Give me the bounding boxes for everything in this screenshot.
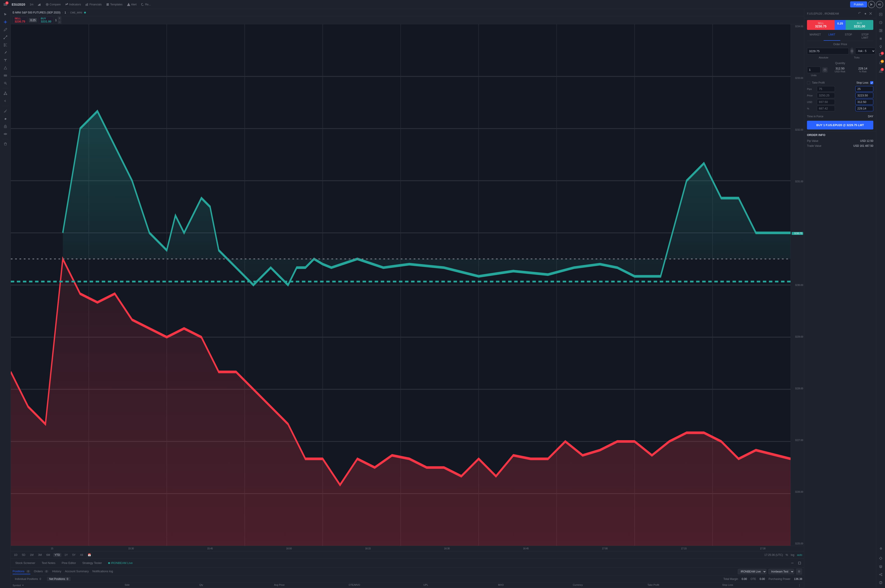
sell-price-box[interactable]: SELL 3230.75 — [13, 16, 27, 24]
tab-stock-screener[interactable]: Stock Screener — [13, 560, 38, 566]
far-right-layers-icon[interactable] — [877, 563, 884, 570]
sidebar-back-icon[interactable] — [2, 98, 9, 105]
tp-usd-input[interactable] — [817, 99, 835, 105]
period-1y[interactable]: 1Y — [63, 553, 69, 557]
sidebar-zoom-icon[interactable] — [2, 80, 9, 87]
compare-button[interactable]: Compare — [44, 2, 63, 7]
buy-price-box[interactable]: BUY 3231.00 — [39, 16, 53, 24]
order-type-stop[interactable]: STOP — [840, 32, 857, 40]
templates-button[interactable]: Templates — [104, 2, 124, 7]
alert-button[interactable]: Alert — [125, 2, 138, 7]
qty-decrement-btn[interactable]: − — [58, 20, 62, 24]
subtab-notifications[interactable]: Notifications log — [92, 568, 113, 574]
sidebar-scissors-icon[interactable] — [2, 41, 9, 48]
chart-type-button[interactable] — [36, 2, 43, 7]
sidebar-network-icon[interactable] — [2, 90, 9, 97]
tp-price-input[interactable] — [817, 93, 835, 98]
quantity-control[interactable]: 1 + − — [55, 16, 61, 24]
qty-increment-btn[interactable]: + — [58, 16, 62, 20]
period-1d[interactable]: 1D — [13, 553, 19, 557]
period-1m[interactable]: 1M — [29, 553, 35, 557]
financials-button[interactable]: Financials — [84, 2, 104, 7]
tp-pips-input[interactable] — [817, 86, 835, 92]
sidebar-crosshair-icon[interactable] — [2, 18, 9, 26]
sidebar-settings-icon[interactable] — [2, 115, 9, 122]
rp-buy-button[interactable]: BUY 3231.00 — [846, 20, 873, 30]
percent-toggle[interactable]: % — [786, 554, 788, 556]
order-price-calc-icon[interactable] — [850, 48, 853, 54]
far-right-lightbulb-icon[interactable] — [877, 43, 884, 50]
sidebar-shapes-icon[interactable] — [2, 64, 9, 72]
qty-input-field[interactable] — [807, 66, 820, 73]
far-right-nodes-icon[interactable] — [877, 571, 884, 578]
tab-pine-editor[interactable]: Pine Editor — [59, 560, 79, 566]
sl-price-input[interactable] — [855, 93, 873, 98]
broker-select-2[interactable]: Ironbeam Test — [768, 569, 794, 574]
sidebar-cursor-icon[interactable] — [2, 11, 9, 18]
far-right-chat-icon[interactable]: 1 — [877, 51, 884, 58]
far-right-diamond-icon[interactable] — [877, 555, 884, 562]
period-all[interactable]: All — [79, 553, 84, 557]
subtab-positions[interactable]: Positions 0 — [13, 568, 30, 574]
far-right-clock-icon[interactable] — [877, 19, 884, 26]
table-options-btn[interactable]: ⋮ — [797, 584, 802, 587]
period-6m[interactable]: 6M — [45, 553, 51, 557]
net-positions-btn[interactable]: Net Positions 0 — [47, 577, 71, 581]
rp-close-btn[interactable] — [868, 11, 873, 16]
qty-calc-btn[interactable] — [822, 67, 828, 73]
symbol-label[interactable]: ESU2020 — [12, 3, 25, 6]
buy-order-btn[interactable]: BUY 1 F.US.EPU20 @ 3229.75 LMT — [807, 121, 873, 129]
period-ytd[interactable]: YTD — [53, 553, 62, 557]
tab-ironbeam-live[interactable]: IRONBEAM Live — [105, 560, 135, 566]
sidebar-measure-icon[interactable] — [2, 72, 9, 79]
sidebar-lock-icon[interactable] — [2, 123, 9, 130]
sidebar-brush-icon[interactable] — [2, 49, 9, 56]
sidebar-text-icon[interactable] — [2, 57, 9, 64]
chart-main[interactable]: 3234.00 3233.00 3232.00 3231.00 3230.75 … — [11, 24, 804, 546]
subtab-orders[interactable]: Orders 0 — [34, 568, 48, 574]
order-price-input[interactable] — [807, 48, 849, 54]
broker-select-1[interactable]: IRONBEAM Live — [738, 569, 766, 574]
sound-button[interactable] — [876, 1, 883, 8]
order-type-market[interactable]: MARKET — [807, 32, 823, 40]
stop-loss-checkbox[interactable] — [870, 81, 873, 84]
individual-positions-btn[interactable]: Individual Positions 0 — [13, 577, 44, 581]
date-range-picker[interactable]: 📅 — [86, 552, 92, 557]
subtab-account-summary[interactable]: Account Summary — [65, 568, 89, 574]
sl-usd-input[interactable] — [855, 99, 873, 105]
period-5y[interactable]: 5Y — [71, 553, 77, 557]
order-price-type-select[interactable]: Ask - 5Bid - 5LastMidMarket — [855, 48, 875, 54]
far-right-alert-icon[interactable]: 2 — [877, 68, 884, 75]
order-type-limit[interactable]: LIMIT — [823, 32, 840, 40]
far-right-keypad-icon[interactable] — [877, 35, 884, 42]
period-5d[interactable]: 5D — [21, 553, 27, 557]
period-3m[interactable]: 3M — [37, 553, 43, 557]
auto-toggle[interactable]: auto — [797, 554, 802, 556]
log-toggle[interactable]: log — [791, 554, 794, 556]
replay-button[interactable]: Re... — [139, 2, 152, 7]
sl-pips-input[interactable] — [855, 86, 873, 92]
far-right-help-icon[interactable] — [877, 579, 884, 586]
publish-button[interactable]: Publish — [850, 2, 867, 8]
sidebar-eye-icon[interactable] — [2, 130, 9, 138]
far-right-layout-icon[interactable] — [877, 27, 884, 34]
sidebar-trendline-icon[interactable] — [2, 34, 9, 41]
rp-undo-btn[interactable] — [857, 11, 862, 16]
timeframe-button[interactable]: 1m — [28, 2, 35, 7]
rp-sell-button[interactable]: SELL 3230.75 — [807, 20, 835, 30]
rp-settings-btn[interactable] — [862, 11, 868, 16]
indicators-button[interactable]: Indicators — [63, 2, 83, 7]
subtab-history[interactable]: History — [52, 568, 61, 574]
tp-pct-input[interactable] — [817, 106, 835, 111]
sidebar-pencil-icon[interactable] — [2, 26, 9, 33]
sidebar-ruler-icon[interactable] — [2, 108, 9, 115]
play-button[interactable] — [868, 1, 875, 8]
panel-maximize-btn[interactable] — [797, 560, 802, 566]
order-type-stop-limit[interactable]: STOP LIMIT — [856, 32, 873, 40]
far-right-notification-icon[interactable]: 44 — [877, 59, 884, 66]
sl-pct-input[interactable] — [855, 106, 873, 111]
broker-settings-btn[interactable]: ⚙ — [796, 568, 802, 575]
menu-button[interactable]: 9 — [2, 1, 9, 8]
far-right-watchlist-icon[interactable] — [877, 11, 884, 18]
take-profit-checkbox[interactable] — [807, 81, 810, 84]
